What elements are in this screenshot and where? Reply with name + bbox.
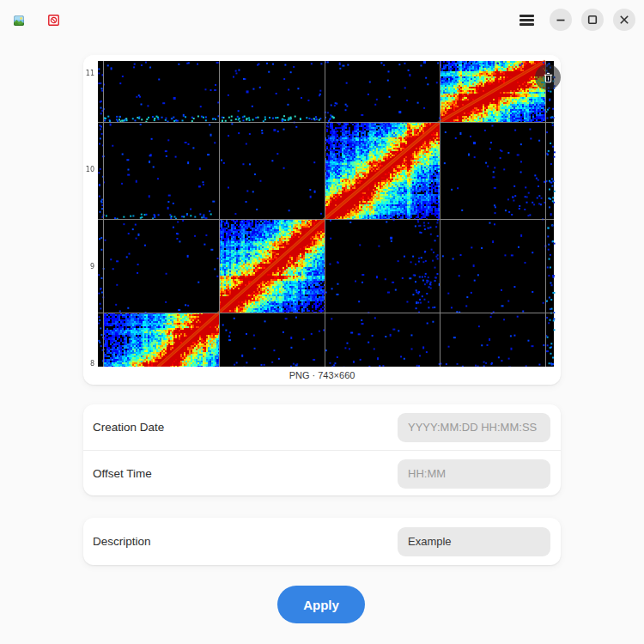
trash-icon xyxy=(542,71,555,84)
creation-date-input[interactable] xyxy=(398,413,550,442)
axis-tick-9: 9 xyxy=(83,263,94,270)
description-input[interactable] xyxy=(398,527,550,556)
photo-thumbnail-icon[interactable] xyxy=(14,14,24,29)
offset-time-label: Offset Time xyxy=(93,467,152,480)
creation-date-row: Creation Date xyxy=(83,404,561,450)
offset-time-row: Offset Time xyxy=(83,451,561,496)
delete-image-button[interactable] xyxy=(535,64,561,90)
apply-button[interactable]: Apply xyxy=(277,586,365,623)
minimize-button[interactable] xyxy=(550,9,572,31)
image-card: 11 10 9 8 PNG · 743×660 xyxy=(83,55,561,385)
minimize-icon xyxy=(556,15,566,25)
maximize-icon xyxy=(587,15,598,25)
axis-tick-11: 11 xyxy=(83,70,94,77)
axis-tick-10: 10 xyxy=(83,166,94,173)
app-window: { "header": { "photo_icon": "photo-thumb… xyxy=(0,0,644,644)
hamburger-menu-icon[interactable] xyxy=(519,15,534,26)
hic-contact-map-image: 11 10 9 8 xyxy=(83,55,561,367)
close-button[interactable] xyxy=(613,9,635,31)
axis-tick-8: 8 xyxy=(83,360,94,367)
description-row: Description xyxy=(83,518,561,565)
blocked-badge-icon[interactable] xyxy=(48,14,59,29)
close-icon xyxy=(619,15,629,25)
image-caption: PNG · 743×660 xyxy=(83,367,561,385)
hic-image xyxy=(83,55,561,367)
offset-time-input[interactable] xyxy=(398,459,550,489)
maximize-button[interactable] xyxy=(581,9,604,31)
creation-date-label: Creation Date xyxy=(93,421,164,434)
description-form-card: Description xyxy=(83,518,561,565)
description-label: Description xyxy=(93,535,151,548)
metadata-form-card: Creation Date Offset Time xyxy=(83,404,561,495)
